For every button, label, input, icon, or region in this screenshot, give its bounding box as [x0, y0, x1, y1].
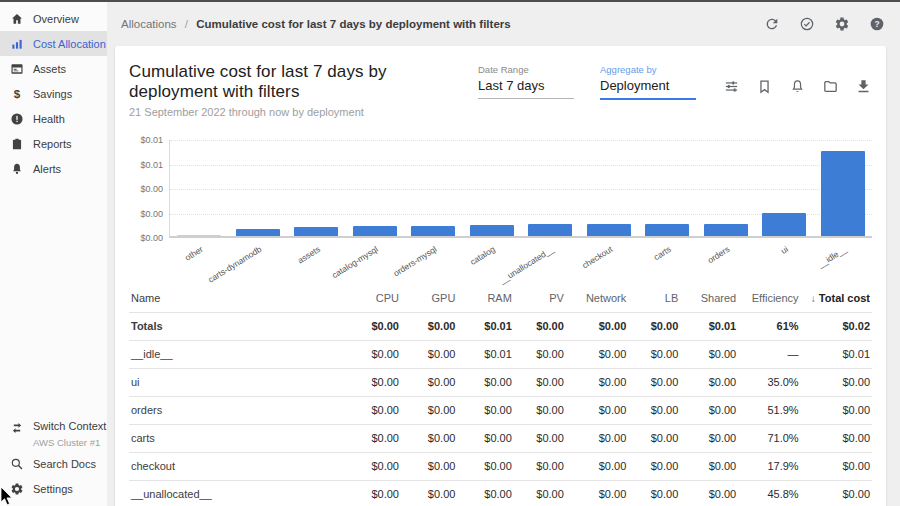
bar-carts-dynamodb[interactable]	[236, 229, 280, 236]
bar-slot-checkout: checkout	[580, 140, 639, 236]
column-header-shared[interactable]: Shared	[680, 284, 738, 312]
table-cell: $0.00	[344, 312, 400, 340]
folder-icon[interactable]	[821, 77, 839, 95]
column-header-network[interactable]: Network	[566, 284, 628, 312]
table-cell: $0.00	[801, 452, 872, 480]
aggregate-by-value[interactable]: Deployment	[600, 78, 696, 100]
sidebar-item-alerts[interactable]: Alerts	[0, 156, 107, 181]
sidebar-item-label: Cost Allocation	[33, 38, 106, 50]
sidebar-item-reports[interactable]: Reports	[0, 131, 107, 156]
sidebar-item-label: Assets	[33, 63, 66, 75]
sidebar-item-switch-context[interactable]: Switch ContextAWS Cluster #1	[0, 417, 107, 451]
date-range-select[interactable]: Date Range Last 7 days	[478, 64, 574, 99]
mouse-cursor	[0, 487, 14, 506]
table-cell: $0.00	[401, 312, 457, 340]
column-header-cpu[interactable]: CPU	[344, 284, 400, 312]
table-cell: $0.00	[514, 340, 566, 368]
breadcrumb-separator: /	[185, 18, 188, 30]
sidebar-item-settings[interactable]: Settings	[0, 476, 107, 501]
column-header-efficiency[interactable]: Efficiency	[738, 284, 800, 312]
y-axis-tick-label: $0.00	[140, 209, 163, 219]
bar-ui[interactable]	[762, 213, 806, 236]
column-header-name[interactable]: Name	[129, 284, 344, 312]
table-row-checkout[interactable]: checkout$0.00$0.00$0.00$0.00$0.00$0.00$0…	[129, 452, 872, 480]
sidebar-item-health[interactable]: Health	[0, 106, 107, 131]
breadcrumb-allocations-link[interactable]: Allocations	[121, 18, 177, 30]
bar-idle[interactable]	[821, 151, 865, 236]
table-cell: $0.00	[457, 396, 513, 424]
table-row-ui[interactable]: ui$0.00$0.00$0.00$0.00$0.00$0.00$0.0035.…	[129, 368, 872, 396]
table-cell: 35.0%	[738, 368, 800, 396]
settings-gear-icon[interactable]	[833, 15, 851, 33]
table-cell: $0.00	[514, 396, 566, 424]
column-header-lb[interactable]: LB	[628, 284, 680, 312]
sidebar-item-search-docs[interactable]: Search Docs	[0, 451, 107, 476]
aggregate-by-select[interactable]: Aggregate by Deployment	[600, 64, 696, 100]
sidebar-item-overview[interactable]: Overview	[0, 6, 107, 31]
bar-catalog[interactable]	[470, 225, 514, 236]
chart-y-axis: $0.01$0.01$0.00$0.00$0.00	[129, 140, 169, 238]
column-header-total-cost[interactable]: ↓Total cost	[801, 284, 872, 312]
bar-carts[interactable]	[645, 224, 689, 236]
column-header-gpu[interactable]: GPU	[401, 284, 457, 312]
table-cell: $0.00	[680, 480, 738, 506]
bar-other[interactable]	[177, 235, 221, 236]
help-icon[interactable]: ?	[868, 15, 886, 33]
sidebar-item-savings[interactable]: $Savings	[0, 81, 107, 106]
report-controls: Date Range Last 7 days Aggregate by Depl…	[478, 62, 872, 100]
table-cell: $0.00	[457, 480, 513, 506]
sidebar-item-label: Search Docs	[33, 458, 96, 470]
date-range-value[interactable]: Last 7 days	[478, 78, 574, 99]
table-cell: $0.00	[401, 340, 457, 368]
home-icon	[9, 11, 24, 26]
sidebar-item-assets[interactable]: Assets	[0, 56, 107, 81]
bar-assets[interactable]	[294, 227, 338, 236]
bar-chart-icon	[9, 36, 24, 51]
sidebar-item-cost-allocation[interactable]: Cost Allocation	[0, 31, 107, 56]
bar-unallocated[interactable]	[528, 224, 572, 236]
table-row-totals[interactable]: Totals$0.00$0.00$0.01$0.00$0.00$0.00$0.0…	[129, 312, 872, 340]
table-cell: ui	[129, 368, 344, 396]
refresh-icon[interactable]	[763, 15, 781, 33]
chart-plot-area: othercarts-dynamodbassetscatalog-mysqlor…	[169, 140, 872, 238]
app-window: OverviewCost AllocationAssets$SavingsHea…	[0, 0, 900, 506]
column-header-ram[interactable]: RAM	[457, 284, 513, 312]
column-header-pv[interactable]: PV	[514, 284, 566, 312]
table-row-carts[interactable]: carts$0.00$0.00$0.00$0.00$0.00$0.00$0.00…	[129, 424, 872, 452]
reports-icon	[9, 136, 24, 151]
check-circle-icon[interactable]	[798, 15, 816, 33]
bell-outline-icon[interactable]	[788, 77, 806, 95]
bar-orders[interactable]	[704, 224, 748, 236]
breadcrumb-current-page: Cumulative cost for last 7 days by deplo…	[196, 18, 510, 30]
sidebar-item-sublabel: AWS Cluster #1	[33, 437, 100, 448]
date-range-label: Date Range	[478, 64, 574, 75]
table-cell: $0.00	[457, 368, 513, 396]
bookmark-icon[interactable]	[755, 77, 773, 95]
control-icons	[722, 77, 872, 95]
switch-context-icon	[9, 420, 24, 435]
table-cell: $0.00	[801, 368, 872, 396]
x-axis-label: assets	[295, 244, 321, 266]
bar-slot-unallocated: __unallocated__	[521, 140, 580, 236]
y-axis-tick-label: $0.00	[140, 233, 163, 243]
download-icon[interactable]	[854, 77, 872, 95]
aggregate-by-label: Aggregate by	[600, 64, 696, 75]
table-cell: $0.00	[457, 452, 513, 480]
sidebar-item-label: Savings	[33, 88, 72, 100]
x-axis-label: ui	[779, 244, 790, 256]
bar-slot-carts: carts	[638, 140, 697, 236]
table-row-idle[interactable]: __idle__$0.00$0.00$0.01$0.00$0.00$0.00$0…	[129, 340, 872, 368]
tune-icon[interactable]	[722, 77, 740, 95]
bar-catalog-mysql[interactable]	[353, 226, 397, 236]
page-subtitle: 21 September 2022 through now by deploym…	[129, 106, 478, 118]
table-cell: $0.00	[566, 396, 628, 424]
table-cell: 71.0%	[738, 424, 800, 452]
table-row-orders[interactable]: orders$0.00$0.00$0.00$0.00$0.00$0.00$0.0…	[129, 396, 872, 424]
table-cell: $0.00	[344, 368, 400, 396]
table-cell: $0.00	[401, 424, 457, 452]
table-row-unallocated[interactable]: __unallocated__$0.00$0.00$0.00$0.00$0.00…	[129, 480, 872, 506]
table-cell: $0.00	[514, 424, 566, 452]
table-cell: $0.00	[344, 340, 400, 368]
bar-orders-mysql[interactable]	[411, 226, 455, 236]
bar-checkout[interactable]	[587, 224, 631, 236]
